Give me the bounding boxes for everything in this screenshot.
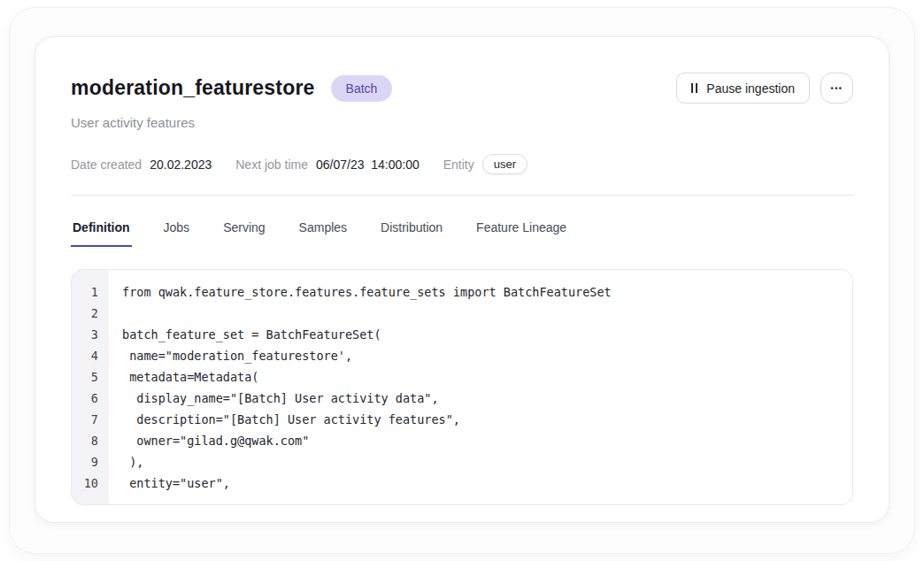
line-number: 2 (72, 303, 109, 324)
section-divider (71, 195, 853, 196)
code-line: 7 description="[Batch] User activity fea… (72, 409, 852, 430)
line-text (109, 303, 122, 324)
code-line: 9 ), (72, 451, 852, 473)
line-text: metadata=Metadata( (109, 366, 258, 388)
tab-definition[interactable]: Definition (71, 203, 132, 247)
tab-samples[interactable]: Samples (297, 203, 349, 247)
batch-badge: Batch (331, 75, 393, 102)
more-options-button[interactable]: ••• (820, 73, 853, 104)
date-created-label: Date created (71, 158, 142, 172)
code-line: 10 entity="user", (72, 473, 852, 494)
title-group: moderation_featurestore Batch (71, 75, 392, 102)
line-number: 1 (72, 281, 109, 303)
date-created-value: 20.02.2023 (150, 158, 212, 172)
page-background: moderation_featurestore Batch Pause inge… (9, 7, 915, 554)
code-line: 2 (72, 303, 852, 324)
code-line: 3 batch_feature_set = BatchFeatureSet( (72, 324, 852, 345)
meta-date-created: Date created 20.02.2023 (71, 158, 212, 172)
code-line: 4 name="moderation_featurestore', (72, 345, 852, 366)
meta-row: Date created 20.02.2023 Next job time 06… (71, 154, 853, 174)
tab-jobs[interactable]: Jobs (162, 203, 192, 247)
line-text: ), (109, 451, 143, 473)
pause-ingestion-label: Pause ingestion (706, 81, 795, 96)
line-number: 3 (72, 324, 109, 345)
line-text: description="[Batch] User activity featu… (109, 409, 460, 430)
line-text: owner="gilad.g@qwak.com" (109, 430, 309, 451)
code-line: 8 owner="gilad.g@qwak.com" (72, 430, 852, 451)
entity-label: Entity (443, 158, 474, 172)
line-text: display_name="[Batch] User activity data… (109, 388, 439, 409)
line-number: 5 (72, 366, 109, 388)
line-number: 8 (72, 430, 109, 451)
line-number: 9 (72, 451, 109, 473)
line-number: 6 (72, 388, 109, 409)
tab-serving[interactable]: Serving (221, 203, 266, 247)
feature-subtitle: User activity features (71, 115, 853, 130)
line-text: name="moderation_featurestore', (109, 345, 352, 366)
next-job-label: Next job time (235, 158, 308, 172)
tab-feature-lineage[interactable]: Feature Lineage (474, 203, 568, 247)
meta-entity: Entity user (443, 154, 527, 174)
pause-ingestion-button[interactable]: Pause ingestion (676, 73, 810, 104)
meta-next-job-time: Next job time 06/07/23 14:00:00 (235, 158, 419, 172)
line-text: batch_feature_set = BatchFeatureSet( (109, 324, 381, 345)
line-number: 7 (72, 409, 109, 430)
tab-bar: Definition Jobs Serving Samples Distribu… (71, 203, 853, 247)
page-title: moderation_featurestore (71, 76, 315, 100)
tab-distribution[interactable]: Distribution (379, 203, 444, 247)
ellipsis-icon: ••• (831, 84, 843, 93)
code-line: 1 from qwak.feature_store.features.featu… (72, 281, 852, 303)
header-actions: Pause ingestion ••• (676, 73, 853, 104)
next-job-value: 06/07/23 14:00:00 (316, 158, 420, 172)
line-text: entity="user", (109, 473, 230, 494)
code-viewer[interactable]: 1 from qwak.feature_store.features.featu… (71, 269, 853, 505)
feature-store-card: moderation_featurestore Batch Pause inge… (35, 36, 889, 523)
line-number: 4 (72, 345, 109, 366)
entity-value-pill: user (482, 154, 527, 174)
header-row: moderation_featurestore Batch Pause inge… (71, 73, 853, 104)
code-line: 5 metadata=Metadata( (72, 366, 852, 388)
line-text: from qwak.feature_store.features.feature… (109, 281, 612, 303)
code-line: 6 display_name="[Batch] User activity da… (72, 388, 852, 409)
pause-icon (691, 83, 697, 93)
line-number: 10 (72, 473, 109, 494)
